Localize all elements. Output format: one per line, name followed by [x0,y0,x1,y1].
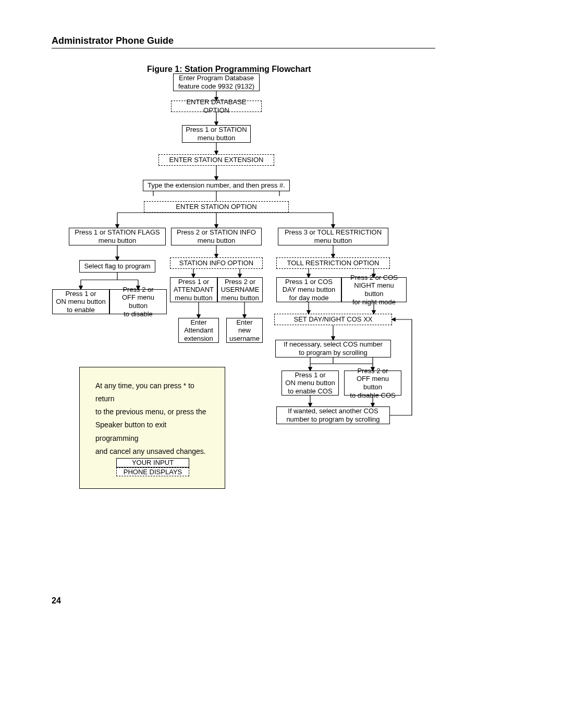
node-text: DAY menu button [283,286,335,294]
node-press-3-toll-restriction: Press 3 or TOLL RESTRICTION menu button [278,228,388,245]
node-text: Press 2 or COS [350,274,398,282]
node-text: Press 3 or TOLL RESTRICTION [285,228,382,237]
node-text: Press 2 or [123,286,153,294]
node-enter-attendant-ext: Enter Attendant extension [178,318,219,343]
note-line: At any time, you can press * to return [95,379,209,405]
node-select-cos-scroll: If necessary, select COS number to progr… [275,340,391,357]
node-text: menu button [99,237,136,245]
node-station-info-option: STATION INFO OPTION [170,257,263,269]
node-text: Enter Program Database [179,74,254,82]
node-text: extension [184,335,213,343]
header-rule [52,48,435,48]
node-cos-night: Press 2 or COS NIGHT menu button for nig… [341,277,407,302]
node-enter-program-database: Enter Program Database feature code 9932… [173,73,260,91]
node-text: Press 2 or STATION INFO [177,228,256,237]
figure-title: Figure 1: Station Programming Flowchart [147,65,311,74]
node-text: Type the extension number, and then pres… [148,181,285,190]
node-text: number to program by scrolling [286,415,380,424]
note-line: to the previous menu, or press the [95,405,206,418]
node-press-1-station: Press 1 or STATION menu button [182,125,251,143]
node-text: ON menu button [285,379,335,387]
node-select-flag: Select flag to program [79,260,155,273]
node-enter-station-option: ENTER STATION OPTION [144,201,289,213]
node-text: feature code 9932 (9132) [178,82,254,91]
node-text: menu button [198,134,235,142]
node-text: Press 1 or [178,278,209,286]
node-text: OFF menu button [347,375,399,391]
node-select-another-cos: If wanted, select another COS number to … [276,406,390,424]
node-attendant: Press 1 or ATTENDANT menu button [170,277,217,302]
node-text: for day mode [289,294,329,302]
node-text: menu button [314,237,352,245]
node-text: for night mode [352,298,396,306]
node-text: NIGHT menu button [344,281,404,298]
node-text: Enter [236,318,252,327]
node-enter-username: Enter new username [226,318,263,343]
node-enter-station-extension: ENTER STATION EXTENSION [158,154,274,166]
legend-your-input: YOUR INPUT [116,458,189,467]
legend-label: PHONE DISPLAYS [124,468,182,476]
node-text: ENTER STATION OPTION [176,203,257,211]
node-type-extension: Type the extension number, and then pres… [143,180,290,191]
note-line: Speaker button to exit programming [95,418,209,445]
node-text: TOLL RESTRICTION OPTION [287,259,380,267]
page-number: 24 [52,596,61,606]
page-header: Administrator Phone Guide [52,35,174,46]
legend-phone-displays: PHONE DISPLAYS [116,467,189,477]
node-text: to disable [124,310,153,318]
node-text: menu button [175,294,212,302]
node-text: to enable COS [288,387,332,396]
node-press-2-station-info: Press 2 or STATION INFO menu button [171,228,262,245]
node-text: ENTER STATION EXTENSION [169,156,264,164]
node-text: Select flag to program [84,262,150,270]
node-text: OFF menu button [112,293,164,310]
legend-label: YOUR INPUT [132,459,174,467]
node-text: menu button [221,294,259,302]
node-text: Enter [190,318,206,327]
note-box: At any time, you can press * to return t… [79,367,225,489]
node-text: ON menu button [56,298,105,306]
node-text: Press 1 or COS [285,278,333,286]
node-text: ENTER DATABASE OPTION [174,98,259,114]
node-text: If wanted, select another COS [288,407,378,415]
node-text: Attendant [184,326,213,335]
node-text: Press 2 or [357,367,388,375]
node-text: SET DAY/NIGHT COS XX [294,315,373,324]
node-flag-enable: Press 1 or ON menu button to enable [52,289,109,314]
node-press-1-station-flags: Press 1 or STATION FLAGS menu button [69,228,166,245]
note-line: and cancel any unsaved changes. [95,445,206,458]
node-text: to program by scrolling [299,349,368,357]
node-text: STATION INFO OPTION [179,259,254,267]
node-enable-cos: Press 1 or ON menu button to enable COS [282,371,339,396]
node-text: Press 2 or [225,278,255,286]
node-text: to enable [67,306,95,314]
node-cos-day: Press 1 or COS DAY menu button for day m… [276,277,341,302]
node-username: Press 2 or USERNAME menu button [217,277,263,302]
node-disable-cos: Press 2 or OFF menu button to disable CO… [344,371,401,396]
node-flag-disable: Press 2 or OFF menu button to disable [109,289,167,314]
node-text: Press 1 or STATION [186,126,247,134]
node-text: ATTENDANT [174,286,214,294]
node-set-day-night-cos: SET DAY/NIGHT COS XX [274,314,392,325]
node-text: USERNAME [221,286,260,294]
node-text: menu button [198,237,235,245]
node-text: new [238,326,251,335]
node-toll-restriction-option: TOLL RESTRICTION OPTION [276,257,390,269]
flowchart-arrows [0,0,563,728]
node-text: username [229,335,260,343]
node-text: Press 1 or [295,371,325,379]
node-enter-database-option: ENTER DATABASE OPTION [171,101,262,112]
node-text: to disable COS [350,391,395,400]
node-text: Press 1 or [65,290,96,298]
node-text: If necessary, select COS number [284,340,383,349]
node-text: Press 1 or STATION FLAGS [75,228,160,237]
